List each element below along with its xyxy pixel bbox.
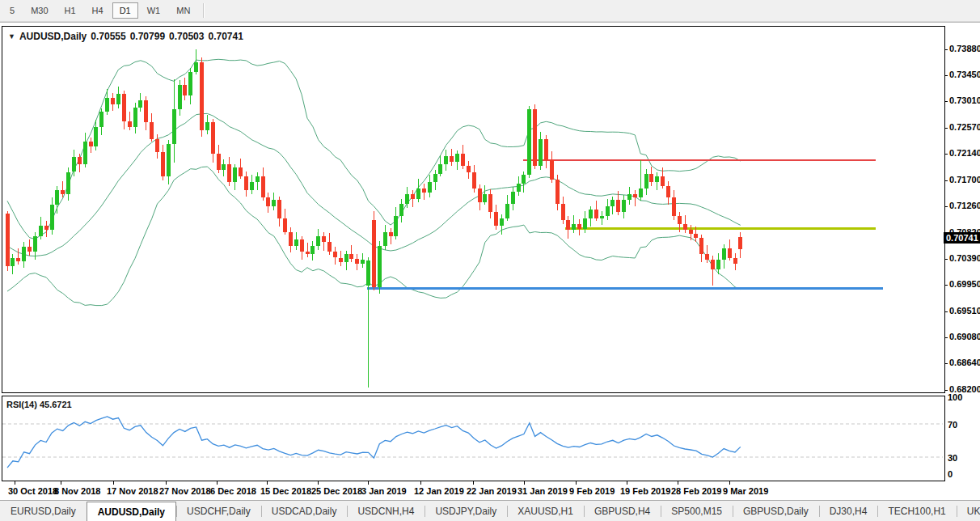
quote-close: 0.70741 [208,31,243,42]
chart-tab-gbpusd-h4[interactable]: GBPUSD,H4 [584,501,661,521]
candlestick-canvas[interactable] [2,27,943,391]
date-axis-label: 9 Feb 2019 [569,486,615,496]
price-axis-tick [944,101,948,102]
chart-tab-usdjpy-daily[interactable]: USDJPY,Daily [425,501,507,521]
date-axis-tick [61,481,61,485]
date-axis-tick [420,481,421,485]
date-axis-label: 19 Feb 2019 [620,486,670,496]
price-axis-label: 0.71260 [949,201,980,210]
date-axis-tick [113,481,114,485]
rsi-axis-label: 100 [948,392,962,402]
date-axis-label: 22 Jan 2019 [467,486,517,496]
date-axis-tick [318,481,319,485]
quote-low: 0.70503 [169,31,204,42]
price-axis-tick [944,128,948,129]
price-axis-label: 0.68640 [949,358,980,367]
current-price-tag: 0.70741 [944,232,980,244]
price-axis-label: 0.69510 [949,306,980,316]
price-axis-tick [944,337,948,338]
price-axis-tick [944,154,948,155]
price-axis-label: 0.72570 [949,122,980,132]
date-axis-label: 25 Dec 2018 [311,486,362,496]
rsi-label: RSI(14) 45.6721 [6,400,72,409]
chart-tab-bar: EURUSD,DailyAUDUSD,DailyUSDCHF,DailyUSDC… [0,500,980,521]
date-axis-tick [166,481,167,485]
date-axis-label: 9 Mar 2019 [723,486,768,496]
rsi-axis-label: 70 [948,420,957,430]
quote-high: 0.70799 [130,31,165,42]
price-axis-label: 0.69950 [949,279,980,289]
timeframe-button-w1[interactable]: W1 [140,2,168,19]
timeframe-button-d1[interactable]: D1 [112,2,138,19]
date-axis-label: 28 Feb 2019 [671,486,721,496]
price-axis-tick [944,259,948,260]
price-axis[interactable]: 0.738800.734500.730100.725700.721400.717… [944,23,980,480]
chart-title: ▼ AUDUSD,Daily 0.70555 0.70799 0.70503 0… [8,31,243,42]
price-axis-label: 0.73450 [949,70,980,79]
price-axis-tick [944,363,948,364]
date-axis-tick [217,481,218,485]
chart-symbol-label: AUDUSD,Daily [19,31,87,42]
chart-tab-sp500-m15[interactable]: SP500,M15 [661,501,733,521]
date-axis-label: 30 Oct 2018 [8,486,57,496]
date-axis-tick [267,481,268,485]
chart-tab-audusd-daily[interactable]: AUDUSD,Daily [87,502,176,521]
price-axis-tick [944,390,948,391]
quote-open: 0.70555 [91,31,125,42]
date-axis-tick [678,481,678,485]
price-axis-tick [944,180,948,181]
date-axis-label: 12 Jan 2019 [414,486,464,496]
price-axis-tick [944,49,948,50]
symbol-dropdown-icon[interactable]: ▼ [8,32,15,40]
date-axis-label: 27 Nov 2018 [159,486,211,496]
date-axis-label: 6 Dec 2018 [210,486,256,496]
date-axis-tick [627,481,627,485]
date-axis-tick [576,481,577,485]
date-axis-label: 8 Nov 2018 [54,486,100,496]
date-axis-label: 15 Dec 2018 [260,486,311,496]
price-axis-tick [944,285,948,286]
date-axis-tick [524,481,525,485]
date-axis[interactable]: 30 Oct 20188 Nov 201817 Nov 201827 Nov 2… [2,481,944,499]
rsi-canvas[interactable] [2,396,943,479]
chart-tab-dj30-h4[interactable]: DJ30,H4 [819,501,878,521]
price-chart-pane[interactable]: ▼ AUDUSD,Daily 0.70555 0.70799 0.70503 0… [2,26,945,393]
date-axis-label: 3 Jan 2019 [361,486,407,496]
chart-window: ▼ AUDUSD,Daily 0.70555 0.70799 0.70503 0… [0,22,980,500]
price-axis-label: 0.72140 [949,148,980,158]
date-axis-label: 17 Nov 2018 [107,486,158,496]
timeframe-button-m30[interactable]: M30 [23,2,55,19]
chart-tab-gbpusd-daily[interactable]: GBPUSD,Daily [733,501,819,521]
toolbar-separator [203,3,205,18]
price-axis-tick [944,206,948,207]
price-axis-label: 0.70390 [949,253,980,263]
chart-tab-xauusd-h1[interactable]: XAUUSD,H1 [507,501,584,521]
chart-tab-usdcad-daily[interactable]: USDCAD,Daily [261,501,348,521]
price-axis-tick [944,75,948,76]
price-axis-label: 0.69080 [949,332,980,341]
timeframe-button-5[interactable]: 5 [2,2,22,19]
date-axis-tick [15,481,15,485]
price-axis-tick [944,311,948,312]
chart-tab-eurusd-daily[interactable]: EURUSD,Daily [0,501,87,521]
date-axis-label: 31 Jan 2019 [517,486,568,496]
rsi-axis-label: 0 [948,469,953,479]
chart-tab-usdcnh-h4[interactable]: USDCNH,H4 [347,501,425,521]
date-axis-tick [368,481,369,485]
timeframe-button-mn[interactable]: MN [169,2,197,19]
timeframe-button-h1[interactable]: H1 [57,2,83,19]
price-axis-label: 0.71700 [949,175,980,184]
date-axis-tick [473,481,474,485]
price-axis-label: 0.73010 [949,95,980,105]
chart-tab-usdchf-daily[interactable]: USDCHF,Daily [176,501,261,521]
rsi-axis-label: 30 [948,453,957,463]
rsi-indicator-pane[interactable]: RSI(14) 45.6721 [2,396,945,481]
timeframe-toolbar: 5M30H1H4D1W1MN [0,0,980,22]
chart-tab-tech100-h1[interactable]: TECH100,H1 [877,501,956,521]
chart-tab-ukc[interactable]: UKC [957,501,980,521]
price-axis-label: 0.73880 [949,44,980,53]
timeframe-button-h4[interactable]: H4 [85,2,111,19]
date-axis-tick [729,481,730,485]
